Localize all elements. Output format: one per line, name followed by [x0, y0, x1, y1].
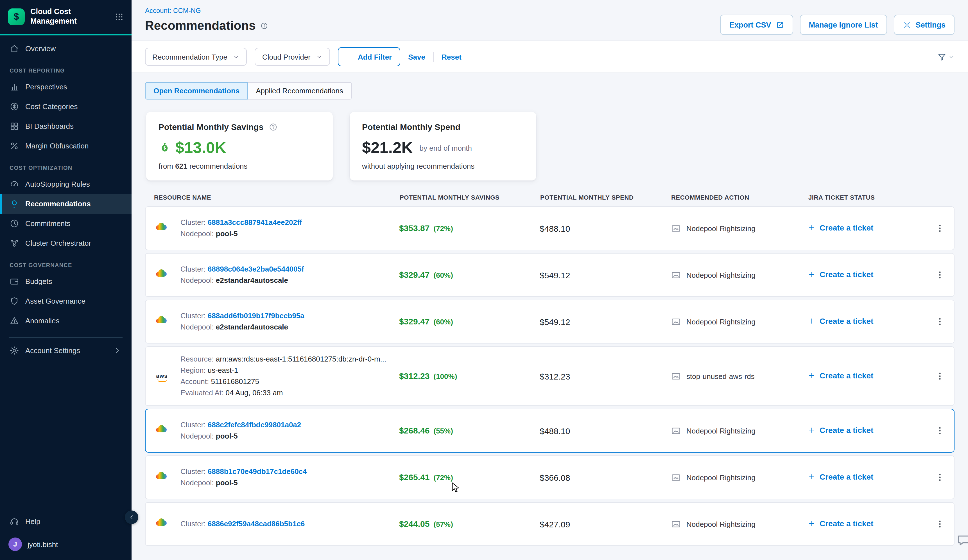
sidebar: $ Cloud Cost Management OverviewCOST REP…	[0, 0, 131, 560]
gear-icon	[10, 346, 19, 355]
row-menu-kebab-icon[interactable]	[935, 426, 945, 436]
table-row[interactable]: Cluster: 6888b1c70e49db17c1de60c4Nodepoo…	[145, 456, 955, 499]
create-ticket-button[interactable]: Create a ticket	[808, 472, 873, 481]
create-ticket-button[interactable]: Create a ticket	[808, 223, 873, 232]
resource-line-label: Cluster:	[181, 265, 208, 273]
potential-monthly-spend-card: Potential Monthly Spend $21.2K by end of…	[350, 112, 536, 181]
resource-link[interactable]: 6881a3ccc887941a4ee202ff	[208, 218, 302, 227]
row-menu-kebab-icon[interactable]	[935, 223, 945, 234]
table-row[interactable]: Cluster: 68898c064e3e2ba0e544005fNodepoo…	[145, 253, 955, 297]
create-ticket-button[interactable]: Create a ticket	[808, 519, 873, 528]
sidebar-item-cluster-orchestrator[interactable]: Cluster Orchestrator	[0, 234, 131, 253]
tab-applied-recommendations[interactable]: Applied Recommendations	[248, 82, 351, 99]
sidebar-item-bi-dashboards[interactable]: BI Dashboards	[0, 116, 131, 136]
sidebar-item-recommendations[interactable]: Recommendations	[0, 194, 131, 214]
savings-percent: (57%)	[433, 520, 453, 529]
provider-cell: aws	[154, 370, 181, 382]
gauge-icon	[10, 179, 19, 189]
sidebar-item-asset-governance[interactable]: Asset Governance	[0, 291, 131, 311]
sidebar-item-commitments[interactable]: Commitments	[0, 214, 131, 234]
resource-link[interactable]: 6888b1c70e49db17c1de60c4	[208, 467, 307, 476]
resource-link[interactable]: 68898c064e3e2ba0e544005f	[208, 265, 304, 273]
create-ticket-label: Create a ticket	[820, 519, 873, 528]
save-filter-link[interactable]: Save	[408, 53, 425, 61]
recommended-action-label: Nodepool Rightsizing	[686, 473, 756, 482]
user-name: jyoti.bisht	[28, 540, 58, 548]
filter-panel-toggle[interactable]	[937, 52, 955, 61]
settings-label: Settings	[915, 20, 945, 29]
recommendations-tabs: Open Recommendations Applied Recommendat…	[145, 82, 955, 99]
resource-value: pool-5	[216, 229, 238, 238]
row-menu-kebab-icon[interactable]	[935, 472, 945, 482]
reset-filter-link[interactable]: Reset	[442, 53, 461, 61]
question-mark-icon[interactable]	[269, 122, 277, 131]
sidebar-item-help[interactable]: Help	[0, 511, 131, 532]
sidebar-item-budgets[interactable]: Budgets	[0, 272, 131, 291]
plus-icon	[808, 426, 816, 434]
resource-link[interactable]: 688add6fb019b17f9bccb95a	[208, 311, 304, 320]
provider-cell	[154, 423, 181, 439]
recommended-action-cell: Nodepool Rightsizing	[671, 425, 808, 436]
create-ticket-button[interactable]: Create a ticket	[808, 371, 873, 380]
row-menu-kebab-icon[interactable]	[935, 316, 945, 326]
recommendations-table: Cluster: 6881a3ccc887941a4ee202ffNodepoo…	[145, 206, 955, 546]
account-breadcrumb[interactable]: Account: CCM-NG	[145, 7, 268, 15]
table-row[interactable]: Cluster: 688add6fb019b17f9bccb95aNodepoo…	[145, 300, 955, 343]
sidebar-item-anomalies[interactable]: Anomalies	[0, 311, 131, 331]
create-ticket-button[interactable]: Create a ticket	[808, 316, 873, 325]
savings-percent: (60%)	[433, 271, 453, 280]
resource-details: Cluster: 6888b1c70e49db17c1de60c4Nodepoo…	[181, 466, 399, 489]
column-header: POTENTIAL MONTHLY SPEND	[540, 194, 671, 201]
gcp-provider-icon	[154, 314, 168, 327]
manage-ignore-list-button[interactable]: Manage Ignore List	[800, 15, 887, 35]
sidebar-item-cost-categories[interactable]: Cost Categories	[0, 97, 131, 116]
sidebar-item-overview[interactable]: Overview	[0, 39, 131, 58]
user-menu[interactable]: J jyoti.bisht	[0, 532, 131, 560]
row-menu-kebab-icon[interactable]	[935, 371, 945, 381]
resource-details: Cluster: 688add6fb019b17f9bccb95aNodepoo…	[181, 310, 399, 333]
table-row[interactable]: Cluster: 6881a3ccc887941a4ee202ffNodepoo…	[145, 206, 955, 250]
resource-details: Cluster: 688c2fefc84fbdc99801a0a2Nodepoo…	[181, 419, 399, 442]
plus-icon	[808, 472, 816, 480]
module-switcher-icon[interactable]	[115, 12, 124, 22]
sidebar-item-label: Margin Obfuscation	[25, 142, 88, 150]
sidebar-collapse-handle[interactable]	[125, 510, 138, 524]
resource-link[interactable]: 688c2fefc84fbdc99801a0a2	[208, 421, 301, 429]
table-row[interactable]: awsResource: arn:aws:rds:us-east-1:51161…	[145, 346, 955, 406]
headset-icon	[10, 517, 19, 526]
add-filter-button[interactable]: Add Filter	[338, 47, 400, 66]
tab-open-recommendations[interactable]: Open Recommendations	[145, 82, 248, 99]
resource-value: arn:aws:rds:us-east-1:511616801275:db:zn…	[216, 355, 386, 363]
app-title: Cloud Cost Management	[30, 7, 97, 27]
help-chat-icon[interactable]	[956, 533, 968, 548]
resource-line-label: Cluster:	[181, 520, 208, 528]
spend-amount-note: by end of month	[419, 144, 472, 152]
savings-percent: (72%)	[433, 224, 453, 233]
recommendation-type-dropdown[interactable]: Recommendation Type	[145, 48, 247, 66]
grid-icon	[10, 121, 19, 131]
row-menu-kebab-icon[interactable]	[935, 519, 945, 529]
cloud-provider-dropdown[interactable]: Cloud Provider	[255, 48, 330, 66]
resource-line-label: Nodepool:	[181, 432, 216, 440]
row-menu-kebab-icon[interactable]	[935, 270, 945, 280]
sidebar-item-autostopping-rules[interactable]: AutoStopping Rules	[0, 174, 131, 194]
savings-value: $353.87	[399, 223, 429, 233]
create-ticket-button[interactable]: Create a ticket	[808, 425, 873, 434]
sidebar-item-account-settings[interactable]: Account Settings	[0, 340, 131, 361]
resource-line-label: Nodepool:	[181, 276, 216, 285]
shield-icon	[10, 296, 19, 306]
info-icon[interactable]	[260, 22, 268, 30]
table-row[interactable]: Cluster: 6886e92f59a48cad86b5b1c6$244.05…	[145, 502, 955, 546]
chevron-left-icon	[128, 514, 135, 521]
sidebar-item-margin-obfuscation[interactable]: Margin Obfuscation	[0, 136, 131, 156]
gcp-provider-icon	[154, 267, 168, 280]
table-row[interactable]: Cluster: 688c2fefc84fbdc99801a0a2Nodepoo…	[145, 409, 955, 452]
sidebar-item-perspectives[interactable]: Perspectives	[0, 77, 131, 97]
spend-amount: $21.2K	[362, 139, 413, 157]
create-ticket-button[interactable]: Create a ticket	[808, 270, 873, 278]
export-csv-button[interactable]: Export CSV	[720, 15, 793, 35]
sidebar-item-label: Overview	[25, 45, 56, 53]
dropdown-label: Cloud Provider	[262, 53, 311, 61]
resource-link[interactable]: 6886e92f59a48cad86b5b1c6	[208, 520, 305, 528]
settings-button[interactable]: Settings	[893, 15, 955, 35]
